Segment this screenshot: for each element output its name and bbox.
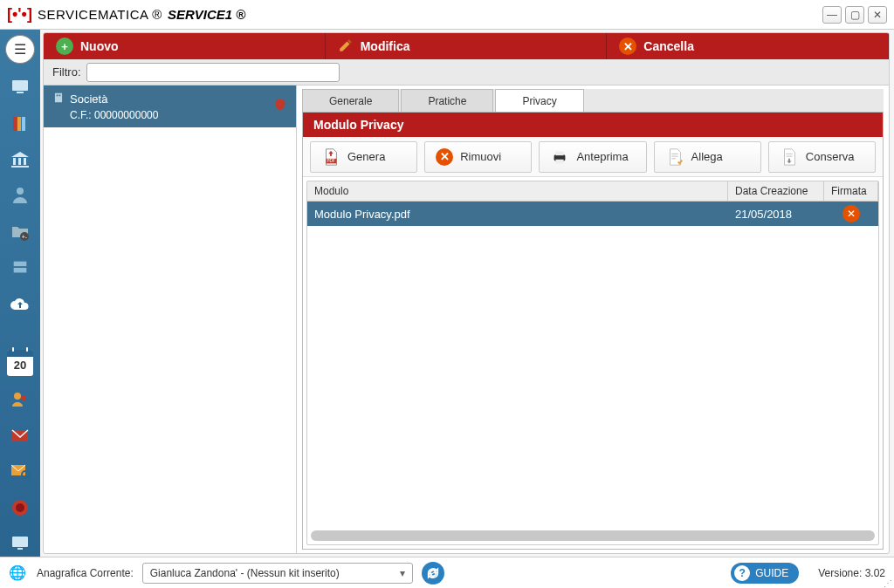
rimuovi-button[interactable]: ✕ Rimuovi <box>424 141 532 173</box>
cell-data: 21/05/2018 <box>728 208 824 221</box>
list-item[interactable]: Società C.F.: 00000000000 <box>44 85 296 127</box>
remove-icon: ✕ <box>436 148 453 166</box>
table-empty-area <box>307 226 878 527</box>
svg-rect-32 <box>556 159 564 163</box>
close-button[interactable]: ✕ <box>868 6 887 24</box>
list-item-cf: C.F.: 00000000000 <box>52 109 287 121</box>
chevron-down-icon: ▾ <box>400 567 405 579</box>
svg-rect-1 <box>17 92 24 93</box>
th-data[interactable]: Data Creazione <box>728 181 824 201</box>
sidebar-people-icon[interactable] <box>7 386 33 412</box>
table-row[interactable]: Modulo Privacy.pdf 21/05/2018 ✕ <box>307 202 878 226</box>
list-item-title: Società <box>70 92 107 106</box>
sidebar-calendar-icon[interactable]: 20 <box>7 350 33 375</box>
sidebar-cloud-upload-icon[interactable] <box>7 291 33 317</box>
svg-rect-26 <box>57 95 58 97</box>
cell-modulo: Modulo Privacy.pdf <box>307 208 728 221</box>
conserva-button[interactable]: Conserva <box>768 141 876 173</box>
sidebar-desktop-icon[interactable] <box>7 531 33 557</box>
filter-label: Filtro: <box>52 65 81 79</box>
app-sidebar: ☰ +- 20 <box>0 30 40 557</box>
detail-panel: Generale Pratiche Privacy Modulo Privacy… <box>297 85 889 553</box>
svg-point-15 <box>14 393 21 400</box>
anagrafica-combo[interactable]: Gianluca Zandona' - (Nessun kit inserito… <box>142 563 413 584</box>
version-label: Versione: 3.02 <box>818 567 885 579</box>
nuovo-button[interactable]: + Nuovo <box>44 33 326 59</box>
sidebar-seal-icon[interactable] <box>7 495 33 520</box>
svg-rect-9 <box>11 166 29 168</box>
brand-text-1: SERVICEMATICA ® <box>38 7 162 22</box>
svg-point-22 <box>16 503 24 512</box>
svg-rect-6 <box>13 158 16 165</box>
printer-icon <box>550 147 569 167</box>
svg-rect-7 <box>18 158 21 165</box>
toolbar: PDF Genera ✕ Rimuovi Anteprima <box>303 137 883 177</box>
action-bar: + Nuovo Modifica ✕ Cancella <box>44 33 889 59</box>
sidebar-person-icon[interactable] <box>7 183 33 209</box>
x-icon: ✕ <box>619 38 636 55</box>
tab-pratiche[interactable]: Pratiche <box>401 89 493 112</box>
tab-strip: Generale Pratiche Privacy <box>302 89 884 112</box>
th-firmata[interactable]: Firmata <box>824 181 878 201</box>
not-signed-icon: ✕ <box>842 205 860 222</box>
minimize-button[interactable]: — <box>822 6 842 24</box>
sidebar-mail-icon[interactable] <box>7 422 33 448</box>
th-modulo[interactable]: Modulo <box>307 181 728 201</box>
svg-rect-8 <box>24 158 26 165</box>
cancella-button[interactable]: ✕ Cancella <box>607 33 889 59</box>
svg-rect-14 <box>14 268 27 273</box>
sidebar-monitor-icon[interactable] <box>7 74 33 99</box>
svg-point-16 <box>21 395 26 400</box>
horizontal-scrollbar[interactable] <box>311 530 875 541</box>
svg-rect-13 <box>14 262 27 267</box>
refresh-button[interactable] <box>422 562 444 585</box>
list-panel: Società C.F.: 00000000000 <box>44 85 297 553</box>
brand-text-2: SERVICE1 ® <box>168 7 245 22</box>
building-icon <box>52 92 65 106</box>
modifica-button[interactable]: Modifica <box>326 33 608 59</box>
section-header: Modulo Privacy <box>303 113 883 137</box>
tab-privacy[interactable]: Privacy <box>495 89 583 112</box>
pencil-icon <box>338 38 354 56</box>
tab-generale[interactable]: Generale <box>302 89 399 112</box>
filter-input[interactable] <box>86 63 340 82</box>
svg-text:+-: +- <box>22 234 28 240</box>
anteprima-button[interactable]: Anteprima <box>539 141 646 173</box>
sidebar-bank-icon[interactable] <box>7 147 33 172</box>
sidebar-server-icon[interactable] <box>7 256 33 281</box>
globe-icon[interactable]: 🌐 <box>9 564 26 581</box>
svg-rect-0 <box>12 80 28 91</box>
svg-rect-27 <box>59 95 61 97</box>
svg-rect-25 <box>55 93 62 103</box>
help-icon: ? <box>734 565 750 581</box>
window-controls: — ▢ ✕ <box>822 6 887 24</box>
resize-grip-icon[interactable]: ⋰ <box>884 581 892 586</box>
svg-marker-5 <box>11 152 29 157</box>
svg-rect-31 <box>556 151 564 155</box>
svg-rect-24 <box>17 548 23 550</box>
genera-button[interactable]: PDF Genera <box>310 141 417 173</box>
attach-icon <box>665 147 684 167</box>
privacy-table: Modulo Data Creazione Firmata Modulo Pri… <box>306 181 879 545</box>
shield-icon <box>273 97 287 116</box>
svg-line-20 <box>28 477 30 479</box>
guide-button[interactable]: ? GUIDE <box>731 563 799 584</box>
svg-rect-4 <box>22 117 25 131</box>
status-bar: 🌐 Anagrafica Corrente: Gianluca Zandona'… <box>0 557 894 588</box>
svg-rect-3 <box>17 117 21 131</box>
sidebar-mail-search-icon[interactable] <box>7 459 33 484</box>
sidebar-folder-plus-icon[interactable]: +- <box>7 219 33 244</box>
filter-bar: Filtro: <box>44 59 889 85</box>
sidebar-menu-toggle[interactable]: ☰ <box>5 35 35 64</box>
status-label: Anagrafica Corrente: <box>37 567 134 579</box>
pdf-icon: PDF <box>321 147 340 167</box>
svg-rect-2 <box>13 117 17 131</box>
allega-button[interactable]: Allega <box>654 141 761 173</box>
cell-firmata: ✕ <box>824 205 878 222</box>
app-logo-icon: [•'•] <box>7 5 32 24</box>
svg-rect-23 <box>12 537 28 547</box>
plus-icon: + <box>56 38 73 55</box>
svg-point-10 <box>17 188 24 195</box>
sidebar-books-icon[interactable] <box>7 111 33 136</box>
maximize-button[interactable]: ▢ <box>845 6 864 24</box>
